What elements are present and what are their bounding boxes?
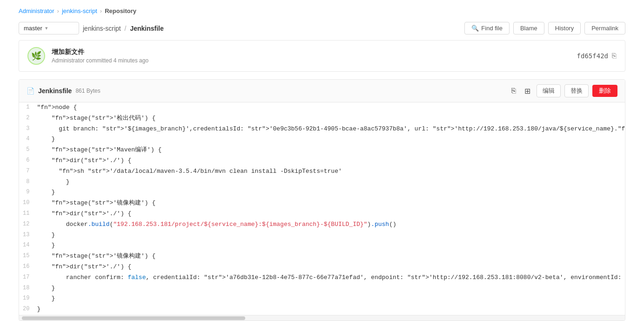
table-row: 17 rancher confirm: false, credentialId:… — [19, 273, 625, 283]
table-row: 18 } — [19, 283, 625, 294]
line-code: "fn">node { — [35, 102, 625, 113]
path-repo: jenkins-script — [83, 25, 121, 32]
line-code: } — [35, 283, 625, 294]
table-row: 19 } — [19, 294, 625, 304]
line-code: } — [35, 304, 625, 315]
line-number: 11 — [19, 209, 35, 219]
branch-selector[interactable]: master ▾ — [19, 22, 79, 34]
line-code: rancher confirm: false, credentialId: "s… — [35, 273, 625, 283]
commit-hash-area: fd65f42d ⎘ — [577, 52, 617, 60]
breadcrumb-current: Repository — [105, 7, 136, 14]
line-code: docker.build("192.168.253.181/project/${… — [35, 219, 625, 230]
edit-button[interactable]: 编辑 — [537, 84, 561, 97]
raw-file-button[interactable]: ⊞ — [522, 86, 533, 96]
file-icon: 📄 — [27, 87, 34, 95]
commit-action: committed — [86, 57, 114, 64]
line-number: 9 — [19, 187, 35, 198]
table-row: 14 } — [19, 240, 625, 251]
table-row: 7 "fn">sh "str">'/data/local/maven-3.5.4… — [19, 166, 625, 177]
find-file-button[interactable]: 🔍 Find file — [464, 22, 510, 34]
code-container[interactable]: 1"fn">node {2 "fn">stage("str">'检出代码') {… — [19, 102, 625, 315]
file-path: jenkins-script / Jenkinsfile — [83, 25, 164, 32]
line-code: } — [35, 187, 625, 198]
line-code: git branch: "str">'${images_branch}',cre… — [35, 124, 625, 135]
breadcrumb-sep2: › — [100, 7, 102, 14]
line-code: } — [35, 240, 625, 251]
search-icon: 🔍 — [471, 25, 479, 32]
chevron-down-icon: ▾ — [45, 25, 48, 31]
line-number: 5 — [19, 145, 35, 156]
breadcrumb-sep1: › — [57, 7, 59, 14]
table-row: 6 "fn">dir("str">'./') { — [19, 156, 625, 166]
file-card: 📄 Jenkinsfile 861 Bytes ⎘ ⊞ 编辑 替换 删除 1"f… — [19, 79, 625, 321]
table-row: 2 "fn">stage("str">'检出代码') { — [19, 113, 625, 124]
line-code: } — [35, 294, 625, 304]
path-slash: / — [125, 25, 127, 32]
line-code: "fn">stage("str">'镜像构建') { — [35, 251, 625, 262]
permalink-button[interactable]: Permalink — [584, 22, 625, 34]
line-number: 14 — [19, 240, 35, 251]
line-code: } — [35, 230, 625, 241]
line-number: 20 — [19, 304, 35, 315]
line-code: "fn">sh "str">'/data/local/maven-3.5.4/b… — [35, 166, 625, 177]
file-header: 📄 Jenkinsfile 861 Bytes ⎘ ⊞ 编辑 替换 删除 — [19, 80, 625, 102]
line-number: 19 — [19, 294, 35, 304]
line-number: 6 — [19, 156, 35, 166]
breadcrumb-admin[interactable]: Administrator — [19, 7, 54, 14]
path-filename: Jenkinsfile — [130, 25, 163, 32]
table-row: 3 git branch: "str">'${images_branch}',c… — [19, 124, 625, 135]
table-row: 15 "fn">stage("str">'镜像构建') { — [19, 251, 625, 262]
line-number: 17 — [19, 273, 35, 283]
line-code: "fn">stage("str">'Maven编译') { — [35, 145, 625, 156]
history-button[interactable]: History — [548, 22, 581, 34]
line-number: 3 — [19, 124, 35, 135]
commit-author: Administrator — [52, 57, 85, 64]
toolbar: master ▾ jenkins-script / Jenkinsfile 🔍 … — [19, 22, 625, 34]
table-row: 4 } — [19, 134, 625, 145]
line-number: 10 — [19, 198, 35, 209]
table-row: 9 } — [19, 187, 625, 198]
file-name: Jenkinsfile — [38, 87, 72, 95]
line-code: "fn">dir("str">'./') { — [35, 262, 625, 273]
table-row: 1"fn">node { — [19, 102, 625, 113]
table-row: 20} — [19, 304, 625, 315]
line-code: "fn">stage("str">'检出代码') { — [35, 113, 625, 124]
blame-button[interactable]: Blame — [513, 22, 544, 34]
commit-info: 增加新文件 Administrator committed 4 minutes … — [52, 48, 570, 64]
line-code: "fn">dir("str">'./') { — [35, 156, 625, 166]
line-number: 15 — [19, 251, 35, 262]
code-table: 1"fn">node {2 "fn">stage("str">'检出代码') {… — [19, 102, 625, 315]
commit-time: 4 minutes ago — [114, 57, 148, 64]
line-code: "fn">dir("str">'./') { — [35, 209, 625, 219]
line-code: } — [35, 134, 625, 145]
replace-button[interactable]: 替换 — [564, 84, 589, 97]
copy-file-button[interactable]: ⎘ — [509, 86, 518, 96]
line-number: 1 — [19, 102, 35, 113]
commit-card: 🌿 增加新文件 Administrator committed 4 minute… — [19, 40, 625, 72]
copy-hash-button[interactable]: ⎘ — [612, 52, 617, 60]
breadcrumb-repo[interactable]: jenkins-script — [62, 7, 97, 14]
line-number: 7 — [19, 166, 35, 177]
file-header-actions: ⎘ ⊞ 编辑 替换 删除 — [509, 84, 617, 97]
line-code: "fn">stage("str">'镜像构建') { — [35, 198, 625, 209]
line-number: 12 — [19, 219, 35, 230]
commit-hash: fd65f42d — [577, 52, 608, 60]
scroll-thumb[interactable] — [22, 316, 245, 320]
avatar: 🌿 — [27, 47, 45, 65]
branch-name: master — [24, 25, 42, 32]
breadcrumb: Administrator › jenkins-script › Reposit… — [19, 7, 625, 14]
line-code: } — [35, 177, 625, 188]
delete-button[interactable]: 删除 — [592, 85, 617, 97]
table-row: 12 docker.build("192.168.253.181/project… — [19, 219, 625, 230]
line-number: 16 — [19, 262, 35, 273]
line-number: 4 — [19, 134, 35, 145]
line-number: 2 — [19, 113, 35, 124]
table-row: 16 "fn">dir("str">'./') { — [19, 262, 625, 273]
avatar-icon: 🌿 — [31, 51, 41, 61]
table-row: 5 "fn">stage("str">'Maven编译') { — [19, 145, 625, 156]
horizontal-scrollbar[interactable] — [19, 315, 625, 321]
table-row: 13 } — [19, 230, 625, 241]
commit-meta: Administrator committed 4 minutes ago — [52, 57, 570, 64]
line-number: 18 — [19, 283, 35, 294]
line-number: 13 — [19, 230, 35, 241]
